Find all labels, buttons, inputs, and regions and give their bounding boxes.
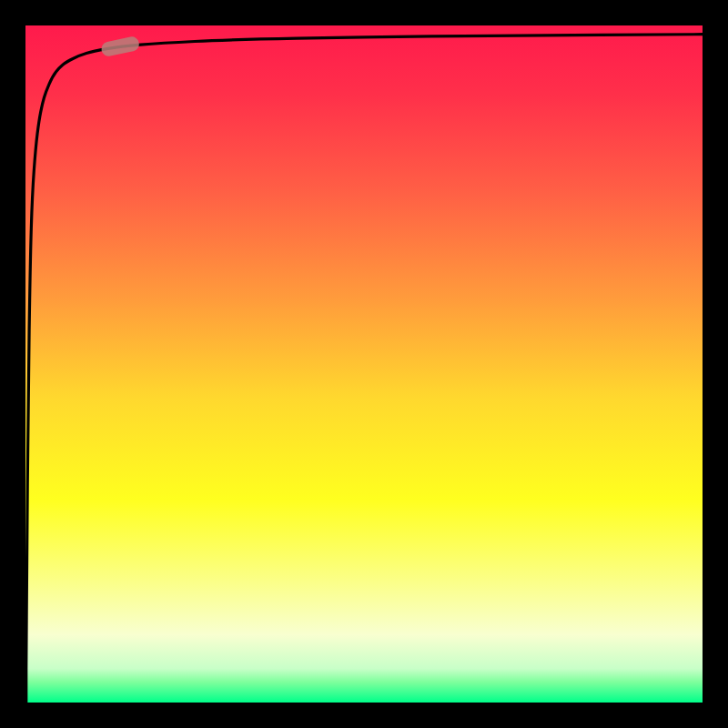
plot-background-gradient <box>25 25 703 703</box>
plot-svg <box>0 0 728 728</box>
